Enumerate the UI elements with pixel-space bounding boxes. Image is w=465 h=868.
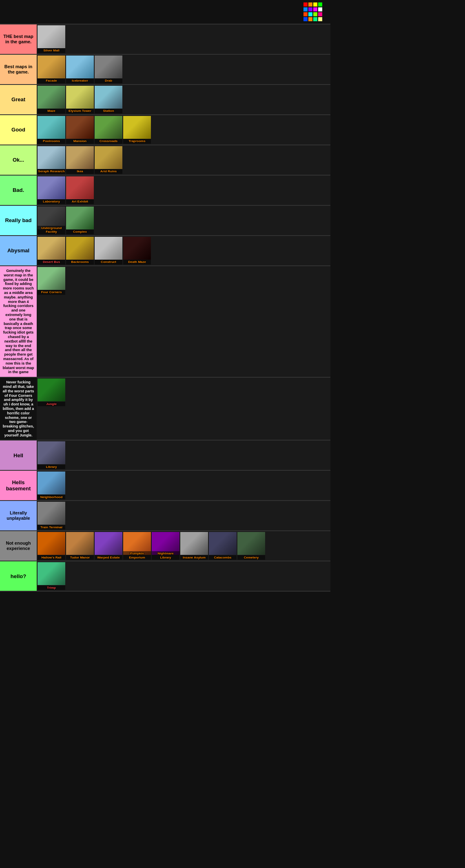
map-item[interactable]: Insane Asylum xyxy=(180,532,208,560)
tier-label-l: Literally unplayable xyxy=(0,501,37,530)
tier-row-g: AbysmalDesert BusBackroomsConstructDeath… xyxy=(0,236,330,266)
map-item[interactable]: Station xyxy=(95,86,122,114)
tier-label-g: Abysmal xyxy=(0,236,37,265)
map-label: Complex xyxy=(66,229,94,234)
map-item[interactable]: Seraph Research xyxy=(38,146,65,174)
map-label: Pumpkin Emporium xyxy=(123,551,151,560)
tier-items-k: Neighborhood xyxy=(37,471,330,500)
map-item[interactable]: Tudor Manor xyxy=(66,532,94,560)
tier-label-c: Good xyxy=(0,115,37,145)
map-label: Elysium Tower xyxy=(66,109,94,114)
map-item[interactable]: Drab xyxy=(95,56,122,83)
tier-row-n: hello?Trimp xyxy=(0,561,330,592)
tier-label-f: Really bad xyxy=(0,206,37,235)
map-label: Maze xyxy=(38,109,65,114)
tier-items-h: Four Corners xyxy=(37,266,330,377)
header xyxy=(0,0,330,24)
map-item[interactable]: Nightmare Library xyxy=(152,532,179,560)
tier-label-n: hello? xyxy=(0,561,37,591)
tier-label-i: Never fucking mind all that, take all th… xyxy=(0,378,37,440)
tier-row-e: Bad.LaboratoryArt Exhibit xyxy=(0,176,330,206)
tier-list: THE best map in the game.Silver MallBest… xyxy=(0,0,330,592)
tier-row-k: Hells basementNeighborhood xyxy=(0,471,330,501)
tier-items-d: Seraph ResearchIkeaArid Ruins xyxy=(37,145,330,175)
tier-items-f: Underground FacilityComplex xyxy=(37,206,330,235)
map-item[interactable]: Pumpkin Emporium xyxy=(123,532,151,560)
tier-row-c: GoodPoolroomsMansionCrossroadsTraprooms xyxy=(0,115,330,145)
map-item[interactable]: Underground Facility xyxy=(38,207,65,234)
map-item[interactable]: Complex xyxy=(66,207,94,234)
map-item[interactable]: Trimp xyxy=(38,562,65,590)
tier-label-a: Best maps in the game. xyxy=(0,55,37,84)
tier-row-d: Ok...Seraph ResearchIkeaArid Ruins xyxy=(0,145,330,176)
map-item[interactable]: Four Corners xyxy=(38,267,65,295)
map-item[interactable]: Arid Ruins xyxy=(95,146,122,174)
map-item[interactable]: Library xyxy=(38,441,65,469)
map-label: Death Maze xyxy=(123,260,151,265)
map-item[interactable]: Mansion xyxy=(66,116,94,144)
map-item[interactable]: Train Terminal xyxy=(38,502,65,530)
tier-label-j: Hell xyxy=(0,441,37,470)
tier-items-c: PoolroomsMansionCrossroadsTraprooms xyxy=(37,115,330,145)
map-label: Underground Facility xyxy=(38,226,65,234)
tier-row-m: Not enough experienceHallow's RailTudor … xyxy=(0,531,330,561)
map-item[interactable]: Desert Bus xyxy=(38,237,65,265)
map-item[interactable]: Death Maze xyxy=(123,237,151,265)
map-label: Library xyxy=(38,465,65,470)
map-label: Catacombs xyxy=(209,555,237,560)
map-item[interactable]: Icebreaker xyxy=(66,56,94,83)
map-item[interactable]: Facade xyxy=(38,56,65,83)
map-item[interactable]: Hallow's Rail xyxy=(38,532,65,560)
map-label: Drab xyxy=(95,78,122,83)
tier-label-d: Ok... xyxy=(0,145,37,175)
map-item[interactable]: Warped Estate xyxy=(95,532,122,560)
tier-label-m: Not enough experience xyxy=(0,531,37,561)
map-item[interactable]: Catacombs xyxy=(209,532,237,560)
tier-row-b: GreatMazeElysium TowerStation xyxy=(0,85,330,115)
map-item[interactable]: Cemetery xyxy=(237,532,265,560)
map-item[interactable]: Construct xyxy=(95,237,122,265)
map-label: Backrooms xyxy=(66,260,94,265)
tier-items-i: Jungle xyxy=(37,378,330,440)
tier-row-j: HellLibrary xyxy=(0,441,330,471)
tier-items-j: Library xyxy=(37,441,330,470)
map-label: Traprooms xyxy=(123,139,151,144)
map-label: Silver Mall xyxy=(38,48,65,53)
map-label: Icebreaker xyxy=(66,78,94,83)
tier-row-s: THE best map in the game.Silver Mall xyxy=(0,24,330,55)
map-label: Hallow's Rail xyxy=(38,555,65,560)
map-item[interactable]: Neighborhood xyxy=(38,472,65,499)
map-label: Neighborhood xyxy=(38,495,65,500)
map-label: Construct xyxy=(95,260,122,265)
map-item[interactable]: Art Exhibit xyxy=(66,176,94,204)
map-label: Facade xyxy=(38,78,65,83)
map-item[interactable]: Backrooms xyxy=(66,237,94,265)
map-label: Crossroads xyxy=(95,139,122,144)
map-item[interactable]: Elysium Tower xyxy=(66,86,94,114)
tier-row-a: Best maps in the game.FacadeIcebreakerDr… xyxy=(0,55,330,85)
tier-row-i: Never fucking mind all that, take all th… xyxy=(0,378,330,441)
map-label: Ikea xyxy=(66,169,94,174)
map-item[interactable]: Maze xyxy=(38,86,65,114)
tier-label-b: Great xyxy=(0,85,37,114)
map-label: Four Corners xyxy=(38,290,65,295)
map-label: Laboratory xyxy=(38,199,65,204)
map-item[interactable]: Ikea xyxy=(66,146,94,174)
map-item[interactable]: Silver Mall xyxy=(38,25,65,53)
tier-row-h: Genuinely the worst map in the game, it … xyxy=(0,266,330,378)
map-item[interactable]: Jungle xyxy=(38,378,65,406)
map-label: Mansion xyxy=(66,139,94,144)
map-item[interactable]: Poolrooms xyxy=(38,116,65,144)
tier-label-e: Bad. xyxy=(0,176,37,205)
tier-items-e: LaboratoryArt Exhibit xyxy=(37,176,330,205)
map-item[interactable]: Crossroads xyxy=(95,116,122,144)
tier-row-l: Literally unplayableTrain Terminal xyxy=(0,501,330,531)
tier-label-h: Genuinely the worst map in the game, it … xyxy=(0,266,37,377)
tier-label-k: Hells basement xyxy=(0,471,37,500)
logo-grid-icon xyxy=(303,2,322,21)
map-item[interactable]: Traprooms xyxy=(123,116,151,144)
tier-row-f: Really badUnderground FacilityComplex xyxy=(0,206,330,236)
tier-items-n: Trimp xyxy=(37,561,330,591)
map-label: Jungle xyxy=(38,402,65,407)
map-item[interactable]: Laboratory xyxy=(38,176,65,204)
